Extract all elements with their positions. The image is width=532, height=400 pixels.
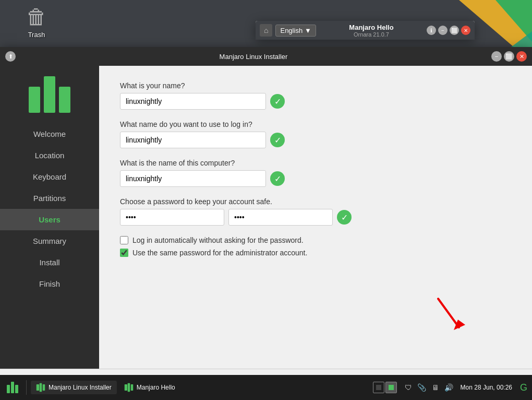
installer-main-content: What is your name? ✓ What name do you wa… <box>99 66 532 369</box>
taskbar-hello-item[interactable]: Manjaro Hello <box>119 381 180 394</box>
language-value: English <box>280 27 303 34</box>
hello-language-select[interactable]: English ▼ <box>275 25 316 37</box>
hello-minimize-button[interactable]: − <box>438 26 448 35</box>
svg-rect-17 <box>376 385 381 390</box>
sidebar-item-welcome[interactable]: Welcome <box>0 123 99 145</box>
autologin-label: Log in automatically without asking for … <box>132 236 304 244</box>
computer-input-row: ✓ <box>120 170 511 187</box>
svg-rect-18 <box>389 385 394 390</box>
svg-rect-14 <box>124 384 127 391</box>
computer-input[interactable] <box>120 170 266 187</box>
desktop: 🗑 Trash ⌂ English ▼ Manjaro Hello Ornara… <box>0 0 532 400</box>
password-input[interactable] <box>120 209 224 226</box>
trash-icon: 🗑 <box>26 5 47 29</box>
svg-rect-3 <box>29 87 40 113</box>
svg-rect-16 <box>130 384 133 391</box>
sidebar-navigation: Welcome Location Keyboard Partitions Use… <box>0 123 99 295</box>
login-form-group: What name do you want to use to log in? … <box>120 120 511 148</box>
hello-home-button[interactable]: ⌂ <box>260 24 272 37</box>
trash-label: Trash <box>28 31 45 39</box>
password-check-icon: ✓ <box>337 210 352 225</box>
tray-paperclip-icon[interactable]: 📎 <box>417 382 427 393</box>
login-input-row: ✓ <box>120 132 511 148</box>
password-confirm-input[interactable] <box>228 209 333 226</box>
svg-rect-10 <box>15 385 18 393</box>
login-check-icon: ✓ <box>270 133 285 147</box>
taskbar-clock[interactable]: Mon 28 Jun, 00:26 <box>457 384 515 391</box>
svg-rect-15 <box>127 383 130 392</box>
trash-desktop-icon[interactable]: 🗑 Trash <box>16 5 57 39</box>
tray-green-icon[interactable]: G <box>518 382 529 393</box>
svg-rect-12 <box>40 383 42 392</box>
same-password-label: Use the same password for the administra… <box>132 249 307 257</box>
autologin-checkbox[interactable] <box>120 236 128 244</box>
hello-app-version: Ornara 21.0.7 <box>316 31 427 38</box>
hello-title: Manjaro Hello Ornara 21.0.7 <box>316 23 427 38</box>
hello-app-name: Manjaro Hello <box>316 23 427 31</box>
password-label: Choose a password to keep your account s… <box>120 197 511 206</box>
name-form-group: What is your name? ✓ <box>120 81 511 110</box>
name-label: What is your name? <box>120 81 511 90</box>
computer-form-group: What is the name of this computer? ✓ <box>120 159 511 187</box>
taskbar-tray: 🛡 📎 🖥 🔊 Mon 28 Jun, 00:26 G <box>373 382 529 393</box>
installer-body: Welcome Location Keyboard Partitions Use… <box>0 66 532 369</box>
svg-rect-11 <box>37 384 39 391</box>
same-password-checkbox[interactable] <box>120 249 128 257</box>
svg-rect-9 <box>11 382 14 393</box>
sidebar-item-finish[interactable]: Finish <box>0 273 99 295</box>
installer-minimize-button[interactable]: − <box>491 51 502 62</box>
taskbar-hello-label: Manjaro Hello <box>137 384 175 391</box>
password-input-row: ✓ <box>120 209 511 226</box>
hello-window: ⌂ English ▼ Manjaro Hello Ornara 21.0.7 … <box>256 21 475 40</box>
dropdown-arrow: ▼ <box>305 27 311 34</box>
login-input[interactable] <box>120 132 266 148</box>
installer-sidebar: Welcome Location Keyboard Partitions Use… <box>0 66 99 369</box>
taskbar-installer-item[interactable]: Manjaro Linux Installer <box>31 381 117 394</box>
svg-marker-1 <box>495 0 532 42</box>
name-input-row: ✓ <box>120 93 511 110</box>
sidebar-item-location[interactable]: Location <box>0 145 99 166</box>
tray-shield-icon[interactable]: 🛡 <box>403 382 414 393</box>
login-label: What name do you want to use to log in? <box>120 120 511 128</box>
tray-volume-icon[interactable]: 🔊 <box>444 382 454 393</box>
svg-rect-4 <box>44 76 55 113</box>
desktop-switch-2[interactable] <box>385 382 397 393</box>
hello-info-button[interactable]: ℹ <box>427 26 436 35</box>
installer-left-controls: ⬆ <box>5 51 16 62</box>
installer-titlebar: ⬆ Manjaro Linux Installer − ⬜ ✕ <box>0 47 532 66</box>
taskbar-installer-label: Manjaro Linux Installer <box>49 384 112 391</box>
autologin-checkbox-row: Log in automatically without asking for … <box>120 236 511 244</box>
taskbar: Manjaro Linux Installer Manjaro Hello <box>0 375 532 400</box>
name-input[interactable] <box>120 93 266 110</box>
installer-upload-button[interactable]: ⬆ <box>5 51 16 62</box>
svg-rect-8 <box>7 385 10 393</box>
tray-display-icon[interactable]: 🖥 <box>430 382 441 393</box>
sidebar-item-summary[interactable]: Summary <box>0 230 99 252</box>
manjaro-logo <box>29 76 70 113</box>
installer-restore-button[interactable]: ⬜ <box>504 51 514 62</box>
hello-nav: ⌂ English ▼ <box>260 24 316 37</box>
taskbar-start-button[interactable] <box>3 378 22 397</box>
hello-restore-button[interactable]: ⬜ <box>450 26 459 35</box>
svg-rect-13 <box>43 384 45 391</box>
installer-window: ⬆ Manjaro Linux Installer − ⬜ ✕ <box>0 47 532 400</box>
installer-title: Manjaro Linux Installer <box>16 53 491 61</box>
sidebar-item-install[interactable]: Install <box>0 252 99 273</box>
taskbar-divider-1 <box>26 380 27 395</box>
sidebar-item-keyboard[interactable]: Keyboard <box>0 166 99 187</box>
desktop-switcher <box>373 382 397 393</box>
hello-close-button[interactable]: ✕ <box>461 26 470 35</box>
computer-check-icon: ✓ <box>270 171 285 186</box>
name-check-icon: ✓ <box>270 94 285 109</box>
same-password-checkbox-row: Use the same password for the administra… <box>120 249 511 257</box>
installer-close-button[interactable]: ✕ <box>516 51 527 62</box>
sidebar-item-users[interactable]: Users <box>0 209 99 230</box>
installer-window-controls: − ⬜ ✕ <box>491 51 527 62</box>
sidebar-item-partitions[interactable]: Partitions <box>0 187 99 209</box>
desktop-switch-1[interactable] <box>373 382 384 393</box>
svg-rect-5 <box>59 87 70 113</box>
password-form-group: Choose a password to keep your account s… <box>120 197 511 226</box>
computer-label: What is the name of this computer? <box>120 159 511 167</box>
hello-window-controls: ℹ − ⬜ ✕ <box>427 26 470 35</box>
hello-titlebar: ⌂ English ▼ Manjaro Hello Ornara 21.0.7 … <box>256 21 475 40</box>
